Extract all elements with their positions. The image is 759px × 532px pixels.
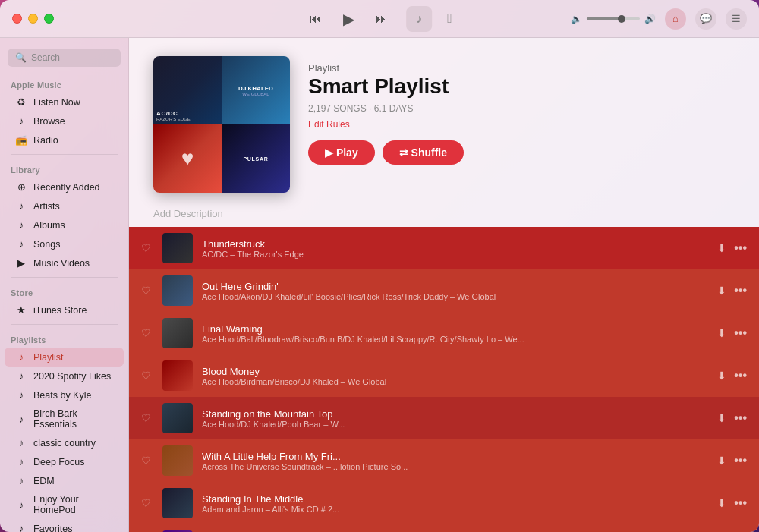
song-thumb-6 — [162, 488, 193, 518]
song-actions-1: ⬇ ••• — [717, 284, 747, 297]
song-actions-3: ⬇ ••• — [717, 369, 747, 382]
song-row-1[interactable]: ♡ Out Here Grindin' Ace Hood/Akon/DJ Kha… — [129, 269, 759, 312]
download-icon-6[interactable]: ⬇ — [717, 497, 726, 509]
menu-button[interactable]: ☰ — [726, 8, 747, 30]
sidebar-item-classic-country[interactable]: ♪ classic country — [5, 433, 124, 452]
song-row-5[interactable]: ♡ With A Little Help From My Fri... Acro… — [129, 439, 759, 482]
sidebar-item-albums[interactable]: ♪ Albums — [5, 216, 124, 235]
playlist-icon: ♪ — [15, 351, 27, 363]
song-artist-0: AC/DC – The Razor's Edge — [202, 250, 708, 259]
more-icon-2[interactable]: ••• — [734, 326, 747, 340]
sidebar-item-listen-now[interactable]: ♻ Listen Now — [5, 93, 124, 112]
download-icon-0[interactable]: ⬇ — [717, 242, 726, 254]
sidebar-item-label: EDM — [33, 476, 55, 486]
song-artist-5: Across The Universe Soundtrack – ...loti… — [202, 462, 708, 471]
sidebar-item-label: Enjoy Your HomePod — [33, 494, 113, 515]
minimize-button[interactable] — [28, 14, 38, 24]
sidebar-item-deep-focus[interactable]: ♪ Deep Focus — [5, 452, 124, 471]
add-description[interactable]: Add Description — [129, 208, 759, 227]
sidebar-item-recently-added[interactable]: ⊕ Recently Added — [5, 178, 124, 197]
search-placeholder: Search — [31, 52, 60, 63]
sidebar-item-label: Radio — [33, 135, 58, 146]
close-button[interactable] — [12, 14, 22, 24]
sidebar-item-birch-bark[interactable]: ♪ Birch Bark Essentials — [5, 405, 124, 433]
download-icon-3[interactable]: ⬇ — [717, 370, 726, 382]
songs-icon: ♪ — [15, 238, 27, 250]
heart-icon-2[interactable]: ♡ — [141, 327, 153, 339]
sidebar-item-beats-by-kyle[interactable]: ♪ Beats by Kyle — [5, 386, 124, 405]
sidebar-item-radio[interactable]: 📻 Radio — [5, 131, 124, 150]
play-pause-button[interactable]: ▶ — [340, 7, 357, 31]
song-row-0[interactable]: ♡ Thunderstruck AC/DC – The Razor's Edge… — [129, 227, 759, 269]
heart-icon-5[interactable]: ♡ — [141, 455, 153, 467]
sidebar-item-artists[interactable]: ♪ Artists — [5, 197, 124, 216]
more-icon-4[interactable]: ••• — [734, 411, 747, 425]
content-area: AC/DC RAZOR'S EDGE DJ KHALED WE GLOBAL — [129, 38, 759, 532]
song-row-3[interactable]: ♡ Blood Money Ace Hood/Birdman/Brisco/DJ… — [129, 354, 759, 397]
sidebar-item-favorites[interactable]: ♪ Favorites — [5, 519, 124, 532]
song-row-4[interactable]: ♡ Standing on the Mountain Top Ace Hood/… — [129, 397, 759, 439]
heart-icon-4[interactable]: ♡ — [141, 412, 153, 424]
edit-rules-link[interactable]: Edit Rules — [308, 119, 350, 130]
heart-icon-3[interactable]: ♡ — [141, 370, 153, 382]
song-row-7[interactable]: ♡ Another Mistake ⬇ ••• — [129, 524, 759, 532]
search-box[interactable]: 🔍 Search — [8, 49, 121, 67]
song-info-4: Standing on the Mountain Top Ace Hood/DJ… — [202, 408, 708, 429]
song-thumb-1 — [162, 275, 193, 306]
song-actions-4: ⬇ ••• — [717, 411, 747, 425]
download-icon-5[interactable]: ⬇ — [717, 455, 726, 467]
song-actions-5: ⬇ ••• — [717, 454, 747, 467]
artwork-1: AC/DC RAZOR'S EDGE — [153, 56, 222, 124]
more-icon-3[interactable]: ••• — [734, 369, 747, 382]
rewind-button[interactable]: ⏮ — [307, 9, 325, 29]
maximize-button[interactable] — [44, 14, 54, 24]
song-thumb-0 — [162, 233, 193, 263]
song-artist-4: Ace Hood/DJ Khaled/Pooh Bear – W... — [202, 420, 708, 429]
more-icon-6[interactable]: ••• — [734, 496, 747, 510]
download-icon-2[interactable]: ⬇ — [717, 327, 726, 339]
shuffle-button[interactable]: ⇄ Shuffle — [383, 140, 464, 165]
playlist-type-label: Playlist — [308, 62, 735, 74]
more-icon-0[interactable]: ••• — [734, 241, 747, 255]
more-icon-1[interactable]: ••• — [734, 284, 747, 297]
sidebar-item-songs[interactable]: ♪ Songs — [5, 235, 124, 253]
sidebar-item-browse[interactable]: ♪ Browse — [5, 112, 124, 131]
playlist-actions: ▶ Play ⇄ Shuffle — [308, 140, 735, 165]
traffic-lights — [12, 14, 54, 24]
pl-icon-7: ♪ — [15, 499, 27, 511]
sidebar-item-label: Music Videos — [33, 258, 90, 269]
heart-icon-0[interactable]: ♡ — [141, 242, 153, 254]
song-artist-6: Adam and Jaron – Alli's Mix CD # 2... — [202, 505, 708, 514]
heart-icon-6[interactable]: ♡ — [141, 497, 153, 509]
song-title-3: Blood Money — [202, 366, 708, 377]
titlebar-right: 🔈 🔊 ⌂ 💬 ☰ — [571, 8, 747, 30]
airplay-button[interactable]: ⌂ — [665, 8, 686, 30]
sidebar-item-music-videos[interactable]: ▶ Music Videos — [5, 253, 124, 272]
sidebar-item-edm[interactable]: ♪ EDM — [5, 471, 124, 490]
sidebar-item-itunes-store[interactable]: ★ iTunes Store — [5, 301, 124, 320]
section-label-playlists: Playlists — [0, 329, 128, 348]
artwork-4: PULSAR — [222, 124, 290, 193]
download-icon-1[interactable]: ⬇ — [717, 285, 726, 297]
song-row-2[interactable]: ♡ Final Warning Ace Hood/Ball/Bloodraw/B… — [129, 312, 759, 354]
pl-icon: ♪ — [15, 370, 27, 382]
sidebar-item-label: Deep Focus — [33, 457, 84, 467]
lyrics-button[interactable]: 💬 — [695, 8, 716, 30]
artists-icon: ♪ — [15, 200, 27, 212]
heart-icon-1[interactable]: ♡ — [141, 285, 153, 297]
sidebar-item-homepod[interactable]: ♪ Enjoy Your HomePod — [5, 490, 124, 519]
song-actions-6: ⬇ ••• — [717, 496, 747, 510]
song-thumb-2 — [162, 318, 193, 348]
sidebar-item-playlist[interactable]: ♪ Playlist — [5, 348, 124, 367]
section-label-store: Store — [0, 282, 128, 301]
volume-slider[interactable] — [587, 17, 640, 20]
fast-forward-button[interactable]: ⏭ — [373, 9, 391, 29]
download-icon-4[interactable]: ⬇ — [717, 412, 726, 424]
more-icon-5[interactable]: ••• — [734, 454, 747, 467]
volume-low-icon: 🔈 — [571, 14, 582, 24]
sidebar-item-2020-spotify[interactable]: ♪ 2020 Spotify Likes — [5, 367, 124, 386]
song-row-6[interactable]: ♡ Standing In The Middle Adam and Jaron … — [129, 482, 759, 524]
play-button[interactable]: ▶ Play — [308, 140, 375, 165]
music-videos-icon: ▶ — [15, 257, 27, 269]
divider-2 — [11, 277, 118, 278]
